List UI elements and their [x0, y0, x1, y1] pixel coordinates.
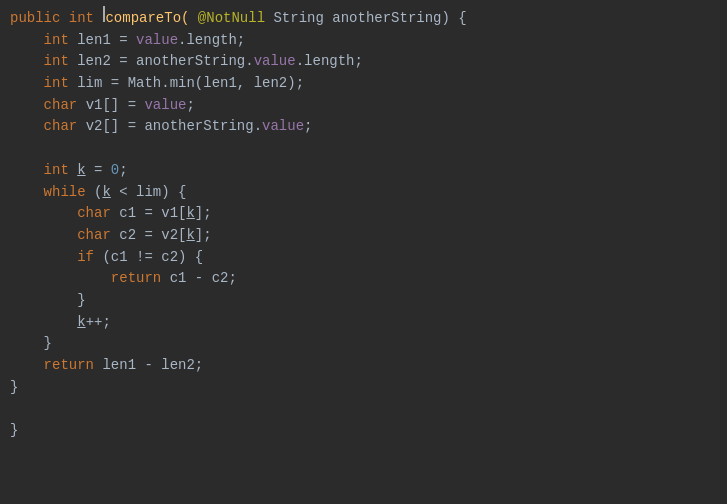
code-line-3: int len2 = anotherString.value.length;	[0, 51, 727, 73]
code-line-1: public int compareTo( @NotNull String an…	[0, 6, 727, 30]
code-line-18: }	[0, 377, 727, 399]
param-anotherstring: anotherString	[332, 8, 441, 30]
code-line-7	[0, 138, 727, 160]
code-editor: public int compareTo( @NotNull String an…	[0, 0, 727, 504]
annotation-notnull: @NotNull	[198, 8, 265, 30]
code-line-13: return c1 - c2;	[0, 268, 727, 290]
code-line-6: char v2[] = anotherString.value;	[0, 116, 727, 138]
code-line-15: k++;	[0, 312, 727, 334]
code-line-17: return len1 - len2;	[0, 355, 727, 377]
keyword-int: int	[69, 8, 103, 30]
code-line-4: int lim = Math.min(len1, len2);	[0, 73, 727, 95]
code-line-19	[0, 398, 727, 420]
code-line-5: char v1[] = value;	[0, 95, 727, 117]
field-value: value	[136, 30, 178, 52]
keyword-public: public	[10, 8, 69, 30]
code-line-11: char c2 = v2[k];	[0, 225, 727, 247]
code-line-10: char c1 = v1[k];	[0, 203, 727, 225]
code-line-16: }	[0, 333, 727, 355]
code-line-12: if (c1 != c2) {	[0, 247, 727, 269]
code-line-8: int k = 0;	[0, 160, 727, 182]
code-line-2: int len1 = value.length;	[0, 30, 727, 52]
code-line-14: }	[0, 290, 727, 312]
code-line-20: }	[0, 420, 727, 442]
code-line-9: while (k < lim) {	[0, 182, 727, 204]
method-name: compareTo(	[105, 8, 189, 30]
